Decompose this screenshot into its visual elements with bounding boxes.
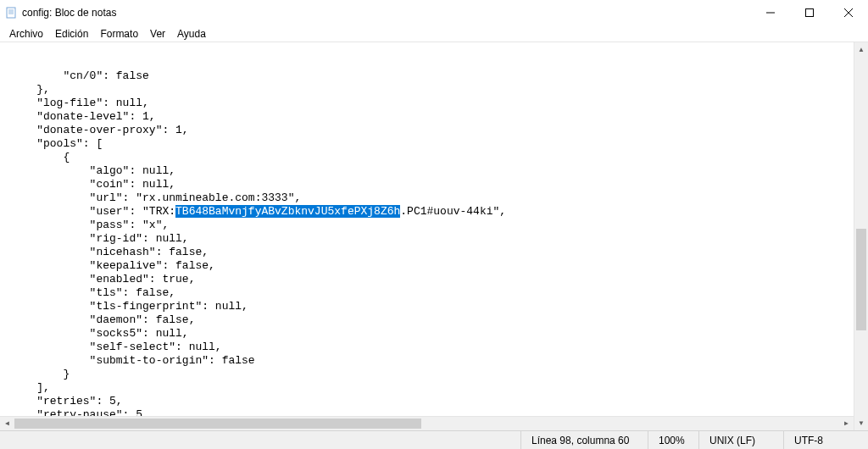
code-line: "submit-to-origin": false [10,354,255,367]
status-zoom: 100% [648,431,698,449]
status-bar: Línea 98, columna 60 100% UNIX (LF) UTF-… [0,430,868,449]
code-line: "nicehash": false, [10,246,209,258]
code-line: "enabled": true, [10,273,195,285]
scroll-right-icon[interactable]: ▶ [839,417,854,430]
hscroll-thumb[interactable] [14,419,421,429]
code-line: { [10,151,70,164]
notepad-icon [5,7,17,19]
editor-area: "cn/0": false }, "log-file": null, "dona… [0,42,868,430]
code-line: "tls-fingerprint": null, [10,300,248,313]
text-editor[interactable]: "cn/0": false }, "log-file": null, "dona… [0,42,854,430]
code-line: "coin": null, [10,178,175,191]
window-title: config: Bloc de notas [22,7,751,19]
code-line: "self-select": null, [10,341,222,353]
code-line: "rig-id": null, [10,232,189,245]
code-line: ], [10,381,50,394]
code-line: "url": "rx.unmineable.com:3333", [10,191,301,204]
menu-ayuda[interactable]: Ayuda [171,26,212,42]
code-line: "donate-level": 1, [10,110,156,123]
code-line: } [10,368,70,380]
status-position: Línea 98, columna 60 [520,431,648,449]
selected-text: TB648BaMvnjfyABvZbknvJU5xfePXj8Z6h [175,205,400,218]
vertical-scrollbar[interactable]: ▲ ▼ [854,42,868,430]
code-line: "cn/0": false [10,69,149,82]
close-button[interactable] [829,0,868,25]
menu-formato[interactable]: Formato [94,26,144,42]
scroll-left-icon[interactable]: ◀ [0,417,14,430]
code-line: "retries": 5, [10,395,123,407]
horizontal-scrollbar[interactable]: ◀ ▶ [0,416,854,430]
maximize-button[interactable] [790,0,829,25]
scroll-down-icon[interactable]: ▼ [854,416,868,430]
code-line: "pools": [ [10,137,103,150]
svg-rect-5 [806,9,814,17]
menu-ver[interactable]: Ver [144,26,171,42]
code-line: "tls": false, [10,286,175,299]
status-encoding: UTF-8 [783,431,868,449]
code-line: }, [10,83,50,96]
menu-edicion[interactable]: Edición [49,26,94,42]
code-line: "log-file": null, [10,97,149,109]
minimize-button[interactable] [751,0,790,25]
window-controls [751,0,868,25]
code-line: "user": "TRX:TB648BaMvnjfyABvZbknvJU5xfe… [10,205,506,218]
status-line-ending: UNIX (LF) [698,431,783,449]
code-line: "pass": "x", [10,219,169,231]
vscroll-thumb[interactable] [856,229,866,330]
code-line: "socks5": null, [10,327,189,340]
code-line: "donate-over-proxy": 1, [10,124,189,136]
title-bar: config: Bloc de notas [0,0,868,25]
code-line: "daemon": false, [10,313,195,326]
menu-bar: Archivo Edición Formato Ver Ayuda [0,25,868,42]
menu-archivo[interactable]: Archivo [3,26,49,42]
code-line: "keepalive": false, [10,259,215,272]
scroll-up-icon[interactable]: ▲ [854,42,868,57]
svg-rect-0 [7,8,15,18]
code-line: "algo": null, [10,164,175,177]
